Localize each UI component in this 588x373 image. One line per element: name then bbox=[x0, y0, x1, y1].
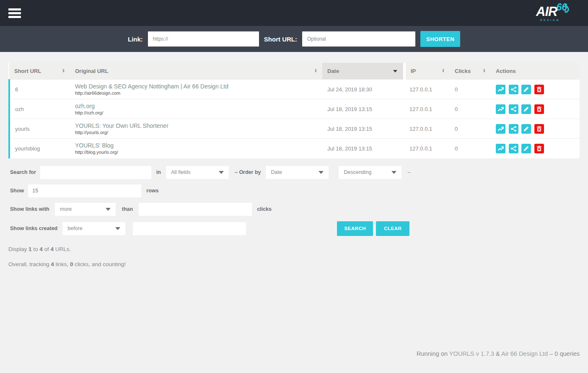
clicks-threshold-input[interactable] bbox=[139, 203, 252, 216]
sort-arrows-icon: ▲▼ bbox=[483, 68, 486, 73]
link-title[interactable]: YOURLS: Your Own URL Shortener bbox=[75, 122, 317, 129]
stats-icon bbox=[497, 106, 504, 112]
overall-tracking-text: Overall, tracking 4 links, 0 clicks, and… bbox=[8, 261, 580, 267]
stats-icon bbox=[497, 86, 504, 93]
share-button[interactable] bbox=[509, 124, 518, 134]
delete-trash-icon bbox=[536, 86, 542, 93]
short-url-label: Short URL: bbox=[264, 36, 297, 43]
clicks-cell: 0 bbox=[450, 99, 491, 119]
link-original-url: http://blog.yourls.org/ bbox=[75, 150, 317, 155]
logo-swoosh-icon bbox=[565, 3, 574, 14]
link-input[interactable] bbox=[148, 31, 259, 47]
link-title[interactable]: Web Design & SEO Agency Nottingham | Air… bbox=[75, 83, 317, 90]
edit-button[interactable] bbox=[521, 124, 531, 134]
order-by-label: – Order by bbox=[235, 169, 261, 175]
chevron-down-icon bbox=[391, 171, 396, 174]
delete-button[interactable] bbox=[534, 104, 544, 114]
stats-icon bbox=[497, 145, 504, 152]
yourls-version-link[interactable]: YOURLS v 1.7.3 bbox=[449, 350, 494, 357]
in-label: in bbox=[156, 169, 161, 175]
short-url-cell[interactable]: yourls bbox=[9, 119, 70, 139]
shorten-bar: Link: Short URL: SHORTEN bbox=[0, 26, 588, 52]
short-url-cell[interactable]: yourlsblog bbox=[9, 139, 70, 158]
stats-icon bbox=[497, 126, 504, 132]
ip-cell: 127.0.0.1 bbox=[404, 80, 450, 99]
air66-logo: AIR 66 DESIGN bbox=[536, 5, 580, 21]
ip-cell: 127.0.0.1 bbox=[404, 139, 450, 158]
edit-pencil-icon bbox=[523, 86, 529, 93]
links-table: Short URL ▲▼ Original URL ▲▼ Date IP ▲▼ … bbox=[8, 63, 580, 158]
search-input[interactable] bbox=[40, 166, 151, 179]
share-button[interactable] bbox=[509, 104, 518, 114]
created-date-input[interactable] bbox=[133, 222, 246, 235]
chevron-down-icon bbox=[115, 227, 120, 230]
clicks-filter-select[interactable]: more bbox=[55, 203, 116, 216]
short-url-cell[interactable]: ozh bbox=[9, 99, 70, 119]
edit-pencil-icon bbox=[523, 126, 529, 132]
table-header-row: Short URL ▲▼ Original URL ▲▼ Date IP ▲▼ … bbox=[9, 63, 580, 80]
header-clicks[interactable]: Clicks ▲▼ bbox=[450, 63, 491, 80]
delete-button[interactable] bbox=[534, 124, 544, 134]
filter-row-search: Search for in All fields – Order by Date… bbox=[10, 166, 580, 179]
air66-link[interactable]: Air 66 Design Ltd bbox=[501, 350, 548, 357]
actions-cell bbox=[491, 99, 580, 119]
link-title[interactable]: YOURLS' Blog bbox=[75, 142, 317, 149]
table-row: yourlsblog YOURLS' Blog http://blog.your… bbox=[9, 139, 580, 158]
delete-trash-icon bbox=[536, 126, 542, 132]
header-short-url[interactable]: Short URL ▲▼ bbox=[9, 63, 70, 80]
header-actions: Actions bbox=[491, 63, 580, 80]
share-button[interactable] bbox=[509, 85, 518, 94]
actions-cell bbox=[491, 80, 580, 99]
sort-desc-caret-icon bbox=[393, 70, 397, 73]
rows-label: rows bbox=[146, 188, 158, 194]
stats-button[interactable] bbox=[496, 104, 505, 114]
stats-button[interactable] bbox=[496, 85, 505, 94]
chevron-down-icon bbox=[106, 208, 111, 211]
clear-button[interactable]: CLEAR bbox=[376, 221, 409, 236]
delete-button[interactable] bbox=[534, 85, 544, 94]
chevron-down-icon bbox=[219, 171, 224, 174]
footer: Running on YOURLS v 1.7.3 & Air 66 Desig… bbox=[417, 350, 580, 357]
menu-hamburger-icon[interactable] bbox=[8, 7, 23, 20]
actions-cell bbox=[491, 139, 580, 158]
edit-button[interactable] bbox=[521, 85, 531, 94]
order-by-select[interactable]: Date bbox=[266, 166, 329, 179]
edit-button[interactable] bbox=[521, 104, 531, 114]
header-ip[interactable]: IP ▲▼ bbox=[404, 63, 450, 80]
than-label: than bbox=[122, 206, 133, 212]
table-row: ozh ozh.org http://ozh.org/ Jul 18, 2019… bbox=[9, 99, 580, 119]
header-date[interactable]: Date bbox=[322, 63, 404, 80]
share-icon bbox=[510, 145, 517, 152]
link-original-url: http://air66design.com bbox=[75, 91, 317, 96]
delete-button[interactable] bbox=[534, 144, 544, 153]
share-icon bbox=[510, 86, 517, 93]
order-direction-select[interactable]: Descending bbox=[339, 166, 401, 179]
short-url-cell[interactable]: 6 bbox=[9, 80, 70, 99]
dash-text: – bbox=[407, 169, 410, 175]
share-button[interactable] bbox=[509, 144, 518, 153]
sort-arrows-icon: ▲▼ bbox=[62, 68, 65, 73]
rows-count-input[interactable] bbox=[28, 184, 141, 197]
stats-button[interactable] bbox=[496, 124, 505, 134]
link-title[interactable]: ozh.org bbox=[75, 103, 317, 109]
created-filter-select[interactable]: before bbox=[62, 222, 125, 235]
date-cell: Jul 18, 2019 13:15 bbox=[322, 139, 404, 158]
search-in-select[interactable]: All fields bbox=[166, 166, 229, 179]
edit-pencil-icon bbox=[523, 106, 529, 112]
filter-row-clicks: Show links with more than clicks bbox=[10, 203, 580, 216]
filter-row-show: Show rows bbox=[10, 184, 580, 197]
link-original-url: http://ozh.org/ bbox=[75, 110, 317, 115]
stats-button[interactable] bbox=[496, 144, 505, 153]
search-button[interactable]: SEARCH bbox=[337, 221, 373, 236]
edit-button[interactable] bbox=[521, 144, 531, 153]
date-cell: Jul 18, 2019 13:15 bbox=[322, 119, 404, 139]
short-url-input[interactable] bbox=[302, 31, 415, 47]
filters-section: Search for in All fields – Order by Date… bbox=[10, 166, 580, 236]
header-original-url[interactable]: Original URL ▲▼ bbox=[70, 63, 322, 80]
edit-pencil-icon bbox=[523, 145, 529, 152]
links-with-label: Show links with bbox=[10, 206, 49, 212]
clicks-cell: 0 bbox=[450, 80, 491, 99]
shorten-button[interactable]: SHORTEN bbox=[420, 31, 460, 47]
date-cell: Jul 18, 2019 13:15 bbox=[322, 99, 404, 119]
clicks-label: clicks bbox=[257, 206, 272, 212]
